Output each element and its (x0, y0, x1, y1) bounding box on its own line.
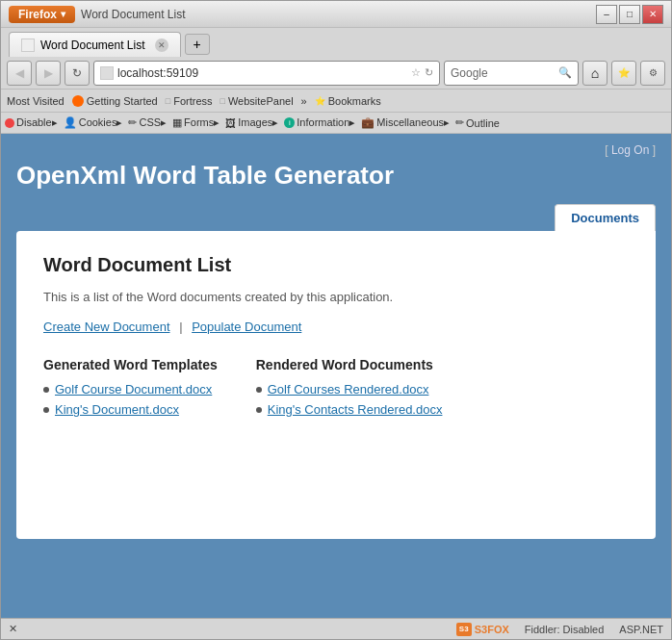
status-left: ✕ (9, 623, 17, 635)
wd-forms[interactable]: ▦ Forms▸ (172, 116, 220, 129)
wd-css-label: CSS▸ (139, 116, 167, 129)
content-description: This is a list of the Word documents cre… (43, 290, 629, 304)
rendered-heading: Rendered Word Documents (256, 357, 443, 372)
wd-miscellaneous[interactable]: 💼 Miscellaneous▸ (361, 116, 450, 129)
bookmark-websitepanel-label: WebsitePanel (228, 95, 294, 107)
list-item: Golf Courses Rendered.docx (256, 382, 443, 397)
extra-button-2[interactable]: ⚙ (640, 61, 665, 86)
populate-document-link[interactable]: Populate Document (192, 320, 301, 334)
search-icon[interactable]: 🔍 (558, 66, 572, 79)
create-new-document-link[interactable]: Create New Document (43, 320, 170, 334)
tab-bar: Word Document List ✕ + (1, 28, 671, 57)
bookmark-fortress-label: Fortress (173, 95, 212, 107)
status-bar: ✕ S3 S3FOX Fiddler: Disabled ASP.NET (1, 618, 671, 639)
wd-css[interactable]: ✏ CSS▸ (128, 116, 167, 129)
list-item: Golf Course Document.docx (43, 382, 218, 397)
webdev-bar: Disable▸ 👤 Cookies▸ ✏ CSS▸ ▦ Forms▸ 🖼 Im… (1, 113, 671, 134)
url-bar[interactable]: localhost:59109 ☆ ↻ (93, 61, 440, 86)
firefox-icon (72, 95, 84, 107)
list-item: King's Contacts Rendered.docx (256, 402, 443, 417)
information-icon: i (284, 117, 295, 128)
bookmark-star-icon[interactable]: ☆ (411, 66, 421, 79)
bullet-icon (256, 407, 262, 413)
bullet-icon (256, 387, 262, 393)
wd-outline-label: Outline (466, 117, 500, 129)
log-on-link[interactable]: Log On (611, 143, 649, 157)
url-favicon (100, 66, 114, 80)
outline-icon: ✏ (455, 116, 464, 129)
bookmarks-label: Bookmarks (328, 95, 381, 107)
content-box: Word Document List This is a list of the… (16, 231, 656, 539)
bookmarks-more[interactable]: » (301, 95, 307, 107)
s3fox-label: S3FOX (475, 624, 509, 635)
active-tab[interactable]: Word Document List ✕ (9, 32, 181, 57)
search-bar[interactable]: Google 🔍 (444, 61, 579, 86)
wd-outline[interactable]: ✏ Outline (455, 116, 500, 129)
fiddler-status: Fiddler: Disabled (525, 624, 605, 635)
firefox-menu-button[interactable]: Firefox (9, 6, 75, 23)
wd-cookies[interactable]: 👤 Cookies▸ (64, 116, 123, 129)
wd-miscellaneous-label: Miscellaneous▸ (376, 116, 450, 129)
template-link-2[interactable]: King's Document.docx (55, 402, 179, 417)
back-button[interactable]: ◀ (7, 61, 32, 86)
bookmark-most-visited-label: Most Visited (7, 95, 65, 107)
status-right: S3 S3FOX Fiddler: Disabled ASP.NET (456, 623, 663, 636)
log-on-area: [ Log On ] (16, 143, 656, 157)
wd-disable[interactable]: Disable▸ (5, 116, 58, 129)
wd-forms-label: Forms▸ (184, 116, 220, 129)
new-tab-button[interactable]: + (185, 34, 210, 55)
browser-window: Firefox Word Document List – □ ✕ Word Do… (0, 0, 672, 640)
templates-list: Golf Course Document.docx King's Documen… (43, 382, 218, 417)
bookmark-getting-started[interactable]: Getting Started (72, 95, 158, 107)
wd-disable-label: Disable▸ (16, 116, 58, 129)
aspnet-label: ASP.NET (619, 624, 663, 635)
bookmarks-bar: Most Visited Getting Started □ Fortress … (1, 90, 671, 113)
wd-cookies-label: Cookies▸ (79, 116, 123, 129)
status-close-icon: ✕ (9, 623, 17, 635)
close-button[interactable]: ✕ (642, 5, 663, 24)
reload-icon[interactable]: ↻ (425, 66, 433, 79)
forward-button[interactable]: ▶ (36, 61, 61, 86)
action-links: Create New Document | Populate Document (43, 320, 629, 334)
wd-images[interactable]: 🖼 Images▸ (225, 116, 278, 129)
wd-information[interactable]: i Information▸ (284, 116, 355, 129)
template-link-1[interactable]: Golf Course Document.docx (55, 382, 212, 397)
forms-icon: ▦ (172, 116, 182, 129)
bookmark-fortress[interactable]: □ Fortress (166, 95, 213, 107)
rendered-link-2[interactable]: King's Contacts Rendered.docx (268, 402, 443, 417)
wd-information-label: Information▸ (297, 116, 355, 129)
title-bar: Firefox Word Document List – □ ✕ (1, 1, 671, 28)
tab-close-button[interactable]: ✕ (155, 38, 168, 52)
rendered-column: Rendered Word Documents Golf Courses Ren… (256, 357, 443, 422)
browser-title: Word Document List (81, 8, 186, 21)
disable-icon (5, 118, 14, 128)
bookmark-websitepanel[interactable]: □ WebsitePanel (220, 95, 294, 107)
rendered-link-1[interactable]: Golf Courses Rendered.docx (268, 382, 429, 397)
bookmarks-menu[interactable]: ⭐ Bookmarks (315, 95, 381, 107)
documents-tab[interactable]: Documents (555, 204, 656, 231)
s3fox-icon: S3 (456, 623, 472, 636)
minimize-button[interactable]: – (596, 5, 617, 24)
log-on-bracket-close: ] (653, 143, 656, 157)
refresh-button[interactable]: ↻ (65, 61, 90, 86)
bullet-icon (43, 407, 49, 413)
window-controls: – □ ✕ (596, 5, 663, 24)
chevron-right-icon: » (301, 95, 307, 107)
templates-column: Generated Word Templates Golf Course Doc… (43, 357, 218, 422)
page-content: [ Log On ] OpenXml Word Table Generator … (1, 134, 671, 618)
bookmark-most-visited[interactable]: Most Visited (7, 95, 65, 107)
tab-favicon (21, 38, 35, 52)
tabs-row: Documents (16, 204, 656, 231)
restore-button[interactable]: □ (619, 5, 640, 24)
templates-heading: Generated Word Templates (43, 357, 218, 372)
miscellaneous-icon: 💼 (361, 116, 375, 129)
cookies-icon: 👤 (64, 116, 77, 129)
home-button[interactable]: ⌂ (582, 61, 607, 86)
wd-images-label: Images▸ (238, 116, 278, 129)
s3fox-area: S3 S3FOX (456, 623, 509, 636)
nav-bar: ◀ ▶ ↻ localhost:59109 ☆ ↻ Google 🔍 ⌂ ⭐ ⚙ (1, 57, 671, 90)
two-columns: Generated Word Templates Golf Course Doc… (43, 357, 629, 422)
bullet-icon (43, 387, 49, 393)
url-icons: ☆ ↻ (411, 66, 433, 79)
extra-button-1[interactable]: ⭐ (611, 61, 636, 86)
